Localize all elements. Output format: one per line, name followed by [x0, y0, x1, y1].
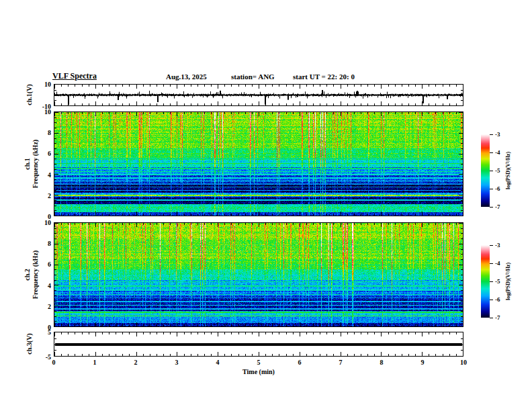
- station-text: station= ANG: [231, 73, 275, 81]
- ch1-waveform-panel: [54, 84, 463, 106]
- x-tick-label: 7: [339, 359, 343, 366]
- ch1-volt-axis-label: ch.1(V): [26, 84, 34, 105]
- ch2-spec-ytick-labels: 1086420: [35, 222, 52, 327]
- colorbar-tickmark: [490, 263, 493, 264]
- ch1-axis-line1: ch.1: [24, 140, 32, 188]
- ch1-wave-ytick-labels: 10-10: [35, 84, 52, 106]
- x-tick-label: 9: [421, 359, 425, 366]
- colorbar-tick-label: -3: [495, 131, 500, 138]
- colorbar-tickmark: [490, 300, 493, 300]
- colorbar-tick-label: -5: [495, 278, 500, 285]
- x-tick-label: 2: [134, 359, 138, 366]
- y-tick-label: 2: [48, 191, 51, 199]
- colorbar-ch2: log(PSD)(V²/Hz) -3-4-5-6-7: [481, 245, 523, 318]
- colorbar-ch2-label: log(PSD)(V²/Hz): [505, 263, 511, 300]
- y-tick-label: 8: [48, 240, 51, 247]
- ch3-ytick-labels: 5-5: [35, 332, 52, 357]
- y-tick-label: 4: [48, 171, 51, 178]
- y-tick-label: 6: [48, 150, 51, 157]
- x-tick-label: 3: [175, 359, 179, 366]
- x-tick-label: 5: [257, 359, 261, 366]
- y-tick-label: 10: [44, 81, 51, 88]
- colorbar-tickmark: [490, 171, 493, 171]
- ch3-waveform-panel: [54, 332, 463, 357]
- colorbar-tickmark: [490, 189, 493, 189]
- y-tick-label: 8: [48, 129, 51, 136]
- x-tick-label: 0: [52, 359, 56, 366]
- y-tick-label: 2: [48, 302, 51, 310]
- ch3-waveform-canvas: [54, 332, 463, 356]
- x-tick-label: 4: [216, 359, 220, 366]
- ch2-axis-line1: ch.2: [24, 250, 32, 299]
- colorbar-tick-label: -3: [495, 242, 500, 248]
- colorbar-tickmark: [490, 245, 493, 246]
- ch2-spectrogram-panel: [54, 222, 463, 327]
- ch1-waveform-canvas: [54, 85, 463, 105]
- colorbar-ch1-label: log(PSD)(V²/Hz): [505, 152, 511, 189]
- colorbar-tickmark: [490, 207, 493, 208]
- colorbar-tickmark: [490, 152, 493, 153]
- colorbar-tick-label: -6: [495, 185, 500, 192]
- colorbar-tick-label: -5: [495, 167, 500, 174]
- ch1-spectrogram-panel: [54, 111, 463, 216]
- ch3-volt-axis-label: ch.3(V): [26, 333, 34, 354]
- y-tick-label: 5: [48, 328, 51, 336]
- page-title: VLF Spectra: [52, 71, 97, 81]
- date-text: Aug.13, 2025: [166, 73, 207, 81]
- colorbar-tick-label: -4: [495, 260, 500, 267]
- x-tick-label: 8: [380, 359, 384, 366]
- colorbar-tickmark: [490, 134, 493, 135]
- time-tick-labels: 012345678910: [54, 359, 463, 367]
- y-tick-label: 6: [48, 261, 51, 268]
- ch1-spec-ytick-labels: 1086420: [35, 111, 52, 216]
- colorbar-ch2-gradient: [481, 245, 490, 318]
- colorbar-tick-label: -7: [495, 314, 500, 321]
- x-tick-label: 6: [298, 359, 302, 366]
- time-axis-label: Time (min): [54, 368, 463, 375]
- colorbar-tick-label: -6: [495, 296, 500, 303]
- ch2-spectrogram-canvas: [54, 223, 463, 326]
- x-tick-label: 10: [460, 359, 467, 366]
- colorbar-tick-label: -4: [495, 149, 500, 156]
- vlf-spectra-figure: VLF Spectra Aug.13, 2025 station= ANG st…: [0, 0, 532, 411]
- y-tick-label: 4: [48, 281, 51, 289]
- y-tick-label: 10: [44, 108, 51, 116]
- ch1-spectrogram-canvas: [54, 112, 463, 216]
- colorbar-tickmark: [490, 318, 493, 318]
- y-tick-label: -5: [46, 353, 51, 361]
- colorbar-tick-label: -7: [495, 203, 500, 210]
- x-tick-label: 1: [93, 359, 97, 366]
- colorbar-ch1: log(PSD)(V²/Hz) -3-4-5-6-7: [481, 134, 523, 207]
- colorbar-ch1-gradient: [481, 134, 490, 207]
- start-ut-text: start UT = 22: 20: 0: [293, 73, 355, 81]
- y-tick-label: 10: [44, 219, 51, 226]
- colorbar-tickmark: [490, 281, 493, 282]
